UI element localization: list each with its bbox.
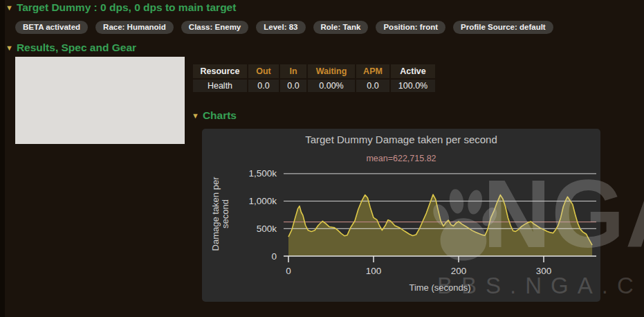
cell-apm: 0.0: [356, 80, 389, 92]
badge-position: Position: front: [376, 21, 445, 34]
gear-image-placeholder: [15, 57, 185, 144]
svg-text:200: 200: [451, 266, 467, 276]
collapse-triangle-icon[interactable]: ▼: [192, 112, 199, 120]
dps-chart-panel: 0500k1,000k1,500k0100200300Time (seconds…: [202, 129, 600, 302]
col-in: In: [280, 64, 306, 78]
svg-text:0: 0: [271, 251, 277, 262]
cell-resource-name: Health: [193, 80, 247, 92]
resource-table-header-row: Resource Out In Waiting APM Active: [193, 64, 435, 78]
cell-waiting: 0.00%: [308, 80, 355, 92]
col-waiting: Waiting: [308, 64, 355, 78]
badge-race: Race: Humanoid: [95, 21, 174, 34]
section-header-target-dummy[interactable]: ▼ Target Dummy : 0 dps, 0 dps to main ta…: [6, 1, 236, 15]
col-active: Active: [391, 64, 435, 78]
resource-table: Resource Out In Waiting APM Active Healt…: [192, 63, 436, 93]
collapse-triangle-icon[interactable]: ▼: [6, 44, 13, 52]
cell-active: 100.0%: [391, 80, 435, 92]
svg-text:500k: 500k: [257, 224, 277, 234]
collapse-triangle-icon[interactable]: ▼: [6, 4, 13, 12]
svg-text:100: 100: [366, 266, 382, 276]
col-out: Out: [248, 64, 279, 78]
badge-level: Level: 83: [256, 21, 305, 34]
badge-class: Class: Enemy: [181, 21, 248, 34]
col-resource: Resource: [193, 64, 247, 78]
chart-title: Target Dummy Damage taken per second: [202, 134, 600, 145]
cell-in: 0.0: [280, 80, 306, 92]
profile-badges: BETA activated Race: Humanoid Class: Ene…: [15, 21, 553, 34]
page-title: Target Dummy : 0 dps, 0 dps to main targ…: [17, 1, 237, 15]
chart-mean-label: mean=622,715.82: [202, 154, 600, 163]
section-header-charts[interactable]: ▼ Charts: [192, 109, 237, 123]
svg-text:0: 0: [286, 266, 291, 276]
svg-text:Time (seconds): Time (seconds): [409, 282, 470, 293]
svg-text:1,000k: 1,000k: [248, 196, 277, 206]
badge-beta: BETA activated: [15, 21, 88, 34]
cell-out: 0.0: [248, 80, 279, 92]
page-left-edge: [0, 0, 5, 317]
col-apm: APM: [356, 64, 389, 78]
svg-text:1,500k: 1,500k: [248, 168, 277, 179]
svg-text:300: 300: [536, 266, 552, 276]
badge-role: Role: Tank: [313, 21, 369, 34]
charts-section-title: Charts: [203, 109, 237, 123]
badge-profile-source: Profile Source: default: [453, 21, 553, 34]
svg-text:Damage taken per: Damage taken per: [210, 176, 221, 251]
results-section-title: Results, Spec and Gear: [17, 42, 136, 55]
report-page: ▼ Target Dummy : 0 dps, 0 dps to main ta…: [0, 0, 644, 317]
section-header-results[interactable]: ▼ Results, Spec and Gear: [6, 42, 136, 55]
resource-table-row-health: Health 0.0 0.0 0.00% 0.0 100.0%: [193, 80, 435, 92]
svg-text:second: second: [220, 199, 230, 228]
